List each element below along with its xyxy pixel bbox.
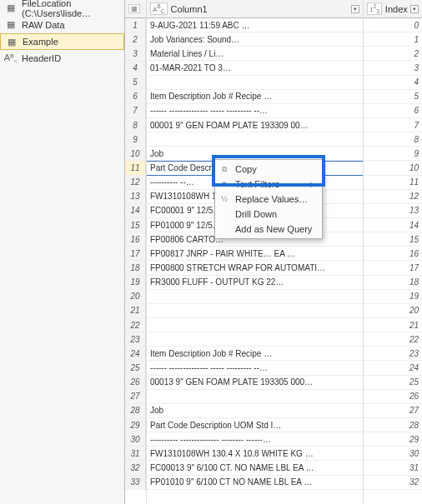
- row-number[interactable]: 6: [125, 90, 146, 104]
- row-number[interactable]: 32: [125, 461, 146, 475]
- row-number[interactable]: 33: [125, 476, 146, 490]
- cell-column1[interactable]: 00013 9" GEN FOAM PLATE 193305 000…: [147, 376, 363, 390]
- cell-index[interactable]: 7: [364, 118, 422, 132]
- row-number[interactable]: 31: [125, 447, 146, 461]
- row-number[interactable]: 26: [125, 376, 146, 390]
- row-number[interactable]: 25: [125, 361, 146, 375]
- cell-index[interactable]: 29: [364, 432, 422, 447]
- cell-column1[interactable]: ------ -------------- ----- --------- --…: [147, 361, 363, 375]
- cell-index[interactable]: 21: [364, 318, 422, 332]
- cell-index[interactable]: 16: [364, 247, 422, 261]
- cell-index[interactable]: 30: [364, 447, 422, 461]
- row-number[interactable]: 28: [125, 404, 146, 418]
- cell-index[interactable]: 25: [364, 376, 422, 390]
- row-number[interactable]: 5: [125, 76, 146, 90]
- row-number[interactable]: 9: [125, 132, 146, 147]
- row-number[interactable]: 1: [125, 18, 146, 32]
- cell-index[interactable]: 6: [364, 104, 422, 118]
- cell-index[interactable]: 4: [364, 76, 422, 90]
- row-number[interactable]: 27: [125, 390, 146, 404]
- row-number[interactable]: 24: [125, 347, 146, 361]
- cell-index[interactable]: 27: [364, 404, 422, 418]
- row-number[interactable]: 3: [125, 47, 146, 61]
- cell-column1[interactable]: 00001 9" GEN FOAM PLATE 193309 00…: [147, 118, 363, 132]
- cell-index[interactable]: 28: [364, 418, 422, 432]
- menu-item-drill-down[interactable]: Drill Down: [215, 207, 322, 222]
- row-number[interactable]: 23: [125, 332, 146, 347]
- cell-index[interactable]: 12: [364, 190, 422, 204]
- cell-index[interactable]: 0: [364, 18, 422, 32]
- cell-column1[interactable]: FR3000 FLUFF - OUTPUT KG 22…: [147, 276, 363, 290]
- cell-column1[interactable]: [147, 132, 363, 147]
- row-number[interactable]: 14: [125, 204, 146, 218]
- cell-column1[interactable]: FC00013 9" 6/100 CT. NO NAME LBL EA …: [147, 461, 363, 475]
- cell-column1[interactable]: Job Variances: Sound…: [147, 32, 363, 47]
- cell-index[interactable]: 23: [364, 347, 422, 361]
- cell-column1[interactable]: Material Lines / Li…: [147, 47, 363, 61]
- cell-column1[interactable]: ------ -------------- ----- --------- --…: [147, 104, 363, 118]
- cell-column1[interactable]: [147, 332, 363, 347]
- cell-column1[interactable]: Job: [147, 404, 363, 418]
- cell-index[interactable]: 32: [364, 476, 422, 490]
- cell-index[interactable]: 31: [364, 461, 422, 475]
- row-number[interactable]: 30: [125, 432, 146, 447]
- cell-index[interactable]: 9: [364, 147, 422, 161]
- cell-column1[interactable]: [147, 76, 363, 90]
- cell-index[interactable]: 17: [364, 261, 422, 275]
- menu-item-text-filters[interactable]: ▼Text Filters▶: [215, 177, 322, 192]
- menu-item-copy[interactable]: ⧉Copy: [215, 162, 322, 177]
- cell-index[interactable]: 1: [364, 32, 422, 47]
- column-index-header[interactable]: 123 Index ▾: [364, 0, 422, 18]
- sidebar-item-0[interactable]: ▦FileLocation (C:\Users\lisde…: [0, 0, 124, 17]
- chevron-down-icon[interactable]: ▾: [410, 5, 419, 13]
- cell-index[interactable]: 15: [364, 232, 422, 247]
- cell-column1[interactable]: Part Code Description UOM Std I…: [147, 418, 363, 432]
- cell-column1[interactable]: [147, 390, 363, 404]
- cell-column1[interactable]: Item Description Job # Recipe …: [147, 347, 363, 361]
- row-number[interactable]: 8: [125, 118, 146, 132]
- cell-index[interactable]: 8: [364, 132, 422, 147]
- cell-index[interactable]: 3: [364, 61, 422, 75]
- column1-header[interactable]: ABC Column1 ▾: [147, 0, 363, 18]
- cell-index[interactable]: 11: [364, 176, 422, 190]
- row-number[interactable]: 29: [125, 418, 146, 432]
- row-number[interactable]: 18: [125, 261, 146, 275]
- row-number[interactable]: 19: [125, 276, 146, 290]
- cell-index[interactable]: 20: [364, 304, 422, 318]
- cell-index[interactable]: 18: [364, 276, 422, 290]
- cell-column1[interactable]: 9-AUG-2021 11:59 ABC …: [147, 18, 363, 32]
- cell-column1[interactable]: Item Description Job # Recipe …: [147, 90, 363, 104]
- sidebar-item-3[interactable]: Aᴮ꜀HeaderID: [0, 50, 124, 67]
- cell-column1[interactable]: [147, 304, 363, 318]
- row-number[interactable]: 20: [125, 290, 146, 304]
- menu-item-add-as-new-query[interactable]: Add as New Query: [215, 222, 322, 237]
- row-number[interactable]: 22: [125, 318, 146, 332]
- cell-index[interactable]: 22: [364, 332, 422, 347]
- cell-column1[interactable]: ---------- -------------- -------- -----…: [147, 432, 363, 447]
- row-number[interactable]: 10: [125, 147, 146, 161]
- cell-index[interactable]: 10: [364, 161, 422, 175]
- cell-column1[interactable]: [147, 318, 363, 332]
- cell-column1[interactable]: FW1310108WH 130.4 X 10.8 WHITE KG …: [147, 447, 363, 461]
- row-number[interactable]: 16: [125, 232, 146, 247]
- row-number[interactable]: 2: [125, 32, 146, 47]
- cell-column1[interactable]: FP01010 9" 6/100 CT NO NAME LBL EA …: [147, 476, 363, 490]
- cell-index[interactable]: 19: [364, 290, 422, 304]
- row-number[interactable]: 11: [125, 161, 146, 175]
- menu-item-replace-values-[interactable]: ½Replace Values…: [215, 192, 322, 207]
- cell-column1[interactable]: 01-MAR-2021 TO 3…: [147, 61, 363, 75]
- row-number[interactable]: 12: [125, 176, 146, 190]
- rownum-header[interactable]: ▦: [125, 0, 146, 18]
- row-number[interactable]: 4: [125, 61, 146, 75]
- cell-column1[interactable]: [147, 290, 363, 304]
- row-number[interactable]: 15: [125, 218, 146, 232]
- cell-index[interactable]: 26: [364, 390, 422, 404]
- sidebar-item-1[interactable]: ▦RAW Data: [0, 17, 124, 33]
- sidebar-item-2[interactable]: ▦Example: [0, 33, 124, 50]
- cell-index[interactable]: 14: [364, 218, 422, 232]
- row-number[interactable]: 21: [125, 304, 146, 318]
- row-number[interactable]: 17: [125, 247, 146, 261]
- cell-column1[interactable]: FP00800 STRETCH WRAP FOR AUTOMATI…: [147, 261, 363, 275]
- cell-index[interactable]: 5: [364, 90, 422, 104]
- cell-index[interactable]: 2: [364, 47, 422, 61]
